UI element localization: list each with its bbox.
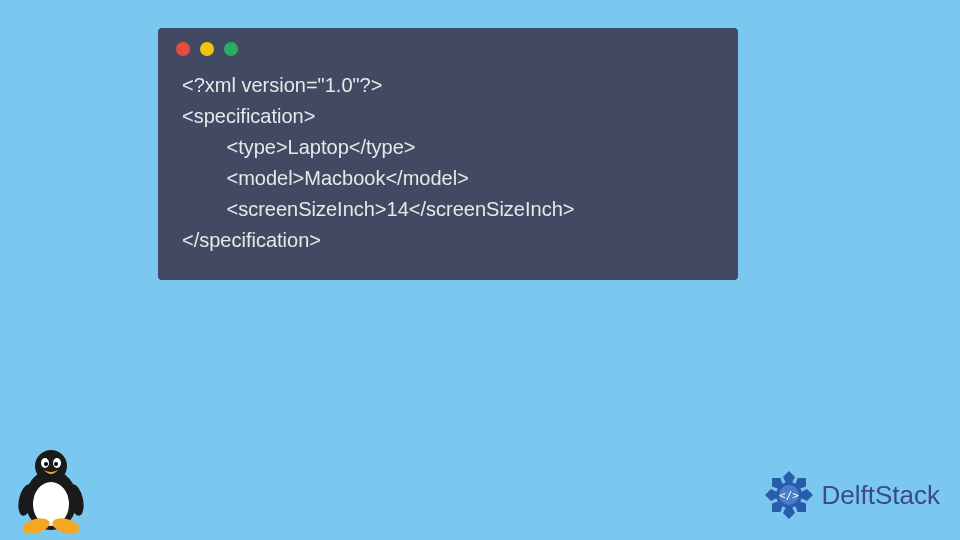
svg-point-5 [44,462,48,466]
svg-text:</>: </> [779,489,799,502]
svg-point-2 [35,450,67,482]
code-line: </specification> [182,229,321,251]
maximize-icon[interactable] [224,42,238,56]
brand-logo: </> DelftStack [762,468,941,522]
svg-point-6 [54,462,58,466]
code-line: <model>Macbook</model> [182,167,469,189]
code-window: <?xml version="1.0"?> <specification> <t… [158,28,738,280]
code-line: <type>Laptop</type> [182,136,416,158]
brand-name: DelftStack [822,480,941,511]
minimize-icon[interactable] [200,42,214,56]
brand-emblem-icon: </> [762,468,816,522]
tux-penguin-icon [14,446,88,534]
close-icon[interactable] [176,42,190,56]
code-line: <?xml version="1.0"?> [182,74,382,96]
window-titlebar [158,28,738,62]
code-line: <screenSizeInch>14</screenSizeInch> [182,198,574,220]
code-content: <?xml version="1.0"?> <specification> <t… [158,62,738,268]
code-line: <specification> [182,105,315,127]
